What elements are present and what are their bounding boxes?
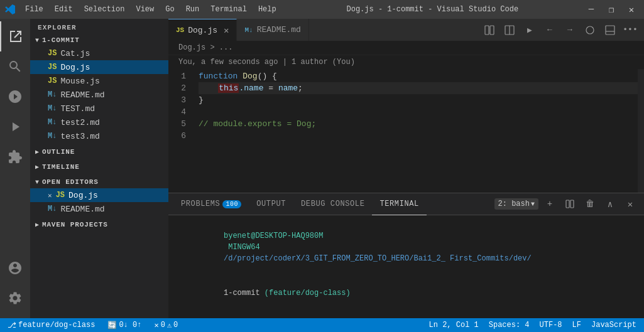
file-name: README.md [60, 205, 104, 214]
status-errors[interactable]: ✕ 0 ⚠ 0 [151, 318, 180, 332]
encoding-text: UTF-8 [540, 321, 562, 329]
close-button[interactable]: ✕ [624, 3, 639, 16]
activity-extensions[interactable] [0, 142, 30, 172]
code-line-6 [199, 130, 638, 142]
activity-source-control[interactable] [0, 82, 30, 112]
menu-go[interactable]: Go [160, 4, 179, 15]
add-terminal-button[interactable]: + [541, 195, 559, 213]
editor-area: JS Dog.js ✕ M↓ README.md ▶ ← → [168, 19, 644, 318]
menu-help[interactable]: Help [253, 4, 281, 15]
status-branch[interactable]: ⎇ feature/dog-class [5, 318, 97, 332]
layout-icon[interactable] [501, 21, 518, 39]
panel-tab-terminal[interactable]: TERMINAL [372, 193, 426, 215]
open-editor-readmemd[interactable]: M↓ README.md [30, 202, 168, 216]
activity-bottom [0, 253, 30, 318]
run-icon[interactable]: ▶ [521, 21, 538, 39]
terminal-line-3: $ git branch [178, 311, 634, 318]
menu-view[interactable]: View [131, 4, 159, 15]
svg-point-4 [586, 26, 594, 34]
close-icon[interactable]: ✕ [48, 191, 52, 200]
activity-account[interactable] [0, 253, 30, 283]
sidebar: Explorer ▼ 1-COMMIT JS Cat.js JS Dog.js … [30, 19, 168, 318]
warning-icon: ⚠ [167, 321, 172, 330]
chevron-down-icon: ▼ [531, 201, 535, 208]
sidebar-1commit-header[interactable]: ▼ 1-COMMIT [30, 34, 168, 46]
md-icon: M↓ [48, 104, 57, 113]
outline-header[interactable]: ▶ OUTLINE [30, 146, 168, 158]
menu-selection[interactable]: Selection [79, 4, 130, 15]
window-controls: ─ ❐ ✕ [584, 3, 639, 16]
status-language[interactable]: JavaScript [589, 318, 639, 332]
close-panel-icon[interactable]: ✕ [621, 195, 639, 213]
activity-run[interactable] [0, 112, 30, 142]
line-num-6: 6 [168, 130, 186, 142]
tab-dogjs[interactable]: JS Dog.js ✕ [168, 19, 237, 41]
menu-bar: File Edit Selection View Go Run Terminal… [20, 4, 281, 15]
code-lines[interactable]: function Dog() { this.name = name; } // … [194, 69, 638, 193]
activity-settings[interactable] [0, 283, 30, 313]
activity-explorer[interactable] [0, 21, 30, 51]
file-mousejs[interactable]: JS Mouse.js [30, 74, 168, 88]
tab-readmemd[interactable]: M↓ README.md [237, 19, 308, 41]
file-name: TEST.md [60, 104, 95, 114]
split-editor-icon[interactable] [481, 21, 498, 39]
tab-label: README.md [257, 25, 301, 35]
open-editors-label: OPEN EDITORS [42, 178, 99, 186]
line-num-4: 4 [168, 106, 186, 118]
more-actions-icon[interactable]: ••• [621, 21, 639, 39]
status-encoding[interactable]: UTF-8 [537, 318, 565, 332]
file-dogjs[interactable]: JS Dog.js [30, 60, 168, 74]
svg-rect-5 [606, 26, 614, 35]
navigate-forward-icon[interactable]: → [561, 21, 579, 39]
open-changes-icon[interactable] [581, 21, 599, 39]
open-editors-header[interactable]: ▼ OPEN EDITORS [30, 176, 168, 188]
tab-close-icon[interactable]: ✕ [224, 25, 229, 36]
chevron-right-icon: ▶ [35, 163, 40, 171]
code-line-2: this.name = name; [199, 82, 638, 94]
problems-badge: 100 [222, 200, 241, 208]
menu-run[interactable]: Run [181, 4, 205, 15]
minimap [638, 69, 644, 193]
timeline-header[interactable]: ▶ TIMELINE [30, 161, 168, 173]
file-readmemd[interactable]: M↓ README.md [30, 88, 168, 102]
svg-rect-0 [485, 26, 489, 35]
maximize-button[interactable]: ❐ [604, 3, 619, 16]
file-test2md[interactable]: M↓ test2.md [30, 115, 168, 129]
navigate-back-icon[interactable]: ← [541, 21, 559, 39]
code-content[interactable]: 1 2 3 4 5 6 function Dog() { this.name =… [168, 69, 644, 193]
menu-terminal[interactable]: Terminal [205, 4, 252, 15]
maven-label: MAVEN PROJECTS [42, 221, 108, 228]
sync-icon: 🔄 [107, 321, 117, 330]
panel-tab-problems[interactable]: PROBLEMS 100 [173, 193, 249, 215]
terminal-content[interactable]: byenet@DESKTOP-HAQ980M MINGW64 /d/projec… [168, 215, 644, 318]
menu-edit[interactable]: Edit [50, 4, 78, 15]
panel-tab-output[interactable]: OUTPUT [249, 193, 293, 215]
split-terminal-icon[interactable] [561, 195, 579, 213]
file-catjs[interactable]: JS Cat.js [30, 46, 168, 60]
activity-search[interactable] [0, 51, 30, 82]
file-name: Dog.js [68, 191, 98, 200]
js-icon: JS [48, 49, 57, 58]
chevron-down-icon: ▼ [35, 37, 40, 44]
minimize-button[interactable]: ─ [584, 3, 599, 16]
menu-file[interactable]: File [20, 4, 48, 15]
status-ln-col[interactable]: Ln 2, Col 1 [427, 318, 481, 332]
toggle-panel-icon[interactable] [601, 21, 619, 39]
code-area: You, a few seconds ago | 1 author (You) … [168, 55, 644, 193]
md-icon: M↓ [48, 90, 57, 99]
file-test3md[interactable]: M↓ test3.md [30, 129, 168, 143]
open-editor-dogjs[interactable]: ✕ JS Dog.js [30, 188, 168, 202]
panel-tab-debug[interactable]: DEBUG CONSOLE [293, 193, 372, 215]
line-num-5: 5 [168, 118, 186, 130]
code-line-1: function Dog() { [199, 70, 638, 82]
status-eol[interactable]: LF [570, 318, 584, 332]
status-sync[interactable]: 🔄 0↓ 0↑ [105, 318, 144, 332]
status-spaces[interactable]: Spaces: 4 [486, 318, 532, 332]
terminal-bash-selector[interactable]: 2: bash ▼ [494, 198, 538, 210]
line-numbers: 1 2 3 4 5 6 [168, 69, 194, 193]
trash-icon[interactable]: 🗑 [581, 195, 599, 213]
file-testmd[interactable]: M↓ TEST.md [30, 102, 168, 115]
code-line-3: } [199, 94, 638, 106]
collapse-icon[interactable]: ∧ [601, 195, 619, 213]
maven-header[interactable]: ▶ MAVEN PROJECTS [30, 218, 168, 231]
